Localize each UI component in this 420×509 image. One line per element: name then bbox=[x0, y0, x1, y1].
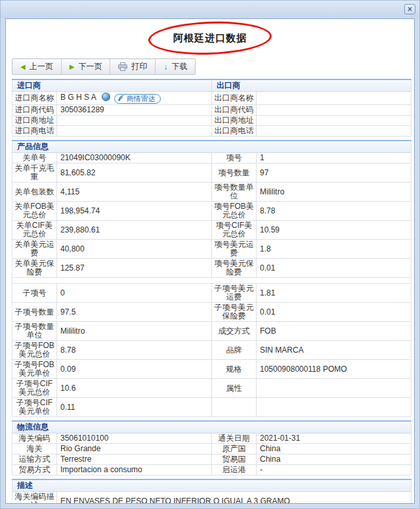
field-value: 198,954.74 bbox=[57, 202, 212, 221]
field-label: 出口商地址 bbox=[212, 116, 257, 126]
print-label: 打印 bbox=[131, 61, 147, 72]
field-value: EN ENVASES DE PESO NETO INFERIOR O IGUAL… bbox=[57, 492, 411, 504]
field-value: 0.01 bbox=[257, 303, 411, 322]
table-row: 关单美元运费40,800项号美元运费1.8 bbox=[12, 240, 411, 259]
field-label: 贸易方式 bbox=[12, 465, 57, 476]
table-row: 进口商名称B G H S A商情雷达出口商名称 bbox=[12, 92, 411, 105]
field-value: 239,880.61 bbox=[57, 221, 212, 240]
field-value-text: 0.11 bbox=[60, 403, 75, 412]
table-row: 进口商地址出口商地址 bbox=[12, 116, 411, 126]
field-label: 通关日期 bbox=[212, 433, 257, 444]
field-value: 1.81 bbox=[257, 284, 411, 303]
field-label: 品牌 bbox=[212, 341, 257, 360]
field-label: 运输方式 bbox=[12, 454, 57, 465]
field-value-text: Importacion a consumo bbox=[60, 465, 142, 474]
next-page-label: 下一页 bbox=[78, 61, 102, 72]
field-label: 出口商名称 bbox=[212, 92, 257, 105]
section-header: 描述 bbox=[12, 479, 411, 492]
table-row: 关单号21049IC03000090K项号1 bbox=[12, 153, 411, 164]
download-button[interactable]: ↓ 下载 bbox=[156, 59, 195, 74]
field-value: China bbox=[257, 454, 411, 465]
radar-badge-label: 商情雷达 bbox=[127, 95, 156, 103]
print-button[interactable]: 打印 bbox=[110, 59, 156, 74]
table-row: 海关编码35061010100通关日期2021-01-31 bbox=[12, 433, 411, 444]
dialog-window: × 阿根廷进口数据 ◀ 上一页 ▶ 下一页 bbox=[0, 0, 420, 509]
data-tables: 进口商出口商进口商名称B G H S A商情雷达出口商名称进口商代码305036… bbox=[6, 75, 414, 504]
globe-icon[interactable] bbox=[102, 93, 110, 101]
section-table-logistics: 物流信息海关编码35061010100通关日期2021-01-31海关Rio G… bbox=[12, 420, 411, 476]
field-value-text: 0.09 bbox=[60, 365, 75, 374]
table-row: 进口商代码3050361289出口商代码 bbox=[12, 105, 411, 116]
table-row: 子项号FOB美元总价8.78品牌SIN MARCA bbox=[12, 341, 411, 360]
field-value: 97 bbox=[257, 164, 411, 183]
field-value: FOB bbox=[257, 322, 411, 341]
section-header: 进口商 bbox=[12, 79, 212, 92]
table-row: 进口商电话出口商电话 bbox=[12, 126, 411, 137]
field-value-text: 81,605.82 bbox=[60, 168, 95, 177]
field-label: 原产国 bbox=[212, 444, 257, 454]
field-value: 3050361289 bbox=[57, 105, 212, 116]
field-value bbox=[57, 116, 212, 126]
field-value: 0.09 bbox=[57, 360, 212, 379]
field-label bbox=[212, 398, 257, 417]
field-value-text: Mililitro bbox=[60, 326, 85, 336]
field-value: 10500908000118 POMO bbox=[257, 360, 411, 379]
field-value bbox=[257, 92, 411, 105]
field-value: 8.78 bbox=[257, 202, 411, 221]
table-row: 子项号FOB美元单价0.09规格10500908000118 POMO bbox=[12, 360, 411, 379]
field-value-text: EN ENVASES DE PESO NETO INFERIOR O IGUAL… bbox=[60, 497, 290, 504]
close-button[interactable]: × bbox=[404, 4, 415, 14]
field-label: 子项号 bbox=[12, 284, 57, 303]
table-row: 关单千克毛重81,605.82项号数量97 bbox=[12, 164, 411, 183]
field-value: - bbox=[257, 465, 411, 476]
field-value: China bbox=[257, 444, 411, 454]
field-value-text: 35061010100 bbox=[60, 433, 108, 443]
field-label: 关单美元保险费 bbox=[12, 259, 57, 278]
field-label: 出口商代码 bbox=[212, 105, 257, 116]
field-label: 子项号数量单位 bbox=[12, 322, 57, 341]
next-page-button[interactable]: ▶ 下一页 bbox=[62, 59, 111, 74]
field-label: 子项号CIF美元单价 bbox=[12, 398, 57, 417]
prev-page-button[interactable]: ◀ 上一页 bbox=[12, 59, 62, 74]
field-value: 97.5 bbox=[57, 303, 212, 322]
table-row: 海关Rio Grande原产国China bbox=[12, 444, 411, 454]
field-label: 子项号CIF美元总价 bbox=[12, 379, 57, 398]
field-value: Mililitro bbox=[257, 183, 411, 202]
field-value-text: 21049IC03000090K bbox=[60, 153, 131, 162]
field-value bbox=[257, 398, 411, 417]
section-header: 物流信息 bbox=[12, 421, 411, 433]
field-value: B G H S A商情雷达 bbox=[57, 92, 212, 105]
section-table-product: 产品信息关单号21049IC03000090K项号1关单千克毛重81,605.8… bbox=[12, 140, 411, 417]
field-value-text: B G H S A bbox=[60, 93, 96, 102]
field-value: 0.11 bbox=[57, 398, 212, 417]
radar-icon bbox=[118, 95, 125, 103]
field-label: 项号美元运费 bbox=[212, 240, 257, 259]
field-label: 子项号数量 bbox=[12, 303, 57, 322]
page-title: 阿根廷进口数据 bbox=[173, 32, 247, 45]
arrow-left-icon: ◀ bbox=[20, 64, 26, 70]
field-label: 启运港 bbox=[212, 465, 257, 476]
field-value: 2021-01-31 bbox=[257, 433, 411, 444]
section-header-row: 物流信息 bbox=[12, 421, 411, 433]
field-label: 项号FOB美元总价 bbox=[212, 202, 257, 221]
field-label: 项号 bbox=[212, 153, 257, 164]
table-row: 海关编码描述EN ENVASES DE PESO NETO INFERIOR O… bbox=[12, 492, 411, 504]
field-value-text: 198,954.74 bbox=[60, 206, 100, 215]
section-table-party: 进口商出口商进口商名称B G H S A商情雷达出口商名称进口商代码305036… bbox=[12, 79, 411, 137]
arrow-right-icon: ▶ bbox=[70, 64, 75, 70]
table-row: 子项号数量97.5子项号美元保险费0.01 bbox=[12, 303, 411, 322]
field-value: 1 bbox=[257, 153, 411, 164]
table-row: 运输方式Terrestre贸易国China bbox=[12, 454, 411, 465]
field-value-text: 125.87 bbox=[60, 263, 85, 273]
field-label: 进口商代码 bbox=[12, 105, 57, 116]
table-row: 子项号0子项号美元运费1.81 bbox=[12, 284, 411, 303]
business-radar-badge[interactable]: 商情雷达 bbox=[114, 94, 161, 104]
table-row: 子项号数量单位Mililitro成交方式FOB bbox=[12, 322, 411, 341]
field-value-text: 0 bbox=[60, 288, 65, 298]
field-label: 海关编码描述 bbox=[12, 492, 57, 504]
field-value-text: 40,800 bbox=[60, 244, 85, 254]
download-label: 下载 bbox=[171, 61, 187, 72]
field-value bbox=[57, 126, 212, 137]
field-value: Importacion a consumo bbox=[57, 465, 212, 476]
field-value bbox=[257, 379, 411, 398]
